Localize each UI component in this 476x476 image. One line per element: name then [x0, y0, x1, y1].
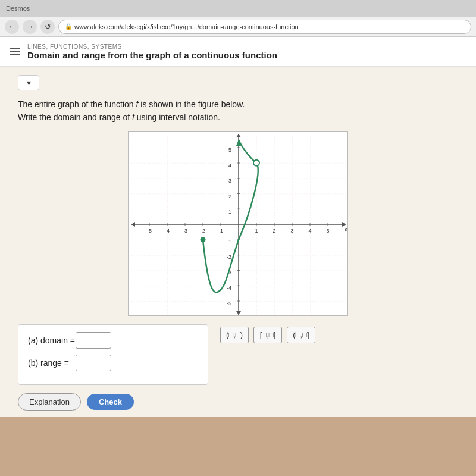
svg-text:-2: -2: [201, 228, 205, 234]
url-text: www.aleks.com/alekscgi/x/isl.exe/1oy/gh.…: [74, 23, 299, 30]
graph-container: -5 -4 -3 -2 -1 1 2 3 4 5 x 5 4 3 2 1 -1 …: [128, 131, 348, 316]
svg-text:-1: -1: [227, 239, 231, 245]
domain-label: (a) domain =: [28, 336, 76, 345]
svg-text:-1: -1: [218, 228, 223, 234]
range-row: (b) range =: [28, 355, 198, 371]
lock-icon: 🔒: [65, 23, 72, 30]
svg-text:-5: -5: [147, 228, 152, 234]
header-subtitle: LINES, FUNCTIONS, SYSTEMS: [27, 43, 277, 50]
dropdown-toggle[interactable]: ▾: [18, 75, 39, 90]
svg-text:1: 1: [228, 208, 231, 214]
notation-helpers: (□,□) [□,□] (□,□]: [220, 324, 315, 343]
svg-text:-3: -3: [183, 228, 187, 234]
range-input[interactable]: [76, 355, 111, 371]
svg-text:-5: -5: [227, 300, 231, 306]
domain-word: domain: [54, 112, 81, 122]
problem-line1: The entire graph of the function f is sh…: [18, 98, 458, 111]
svg-text:5: 5: [228, 147, 231, 153]
svg-point-49: [253, 160, 259, 166]
problem-area: ▾ The entire graph of the function f is …: [0, 67, 476, 416]
answer-notation-row: (a) domain = (b) range = (□,□) [□,□] (□,…: [18, 324, 458, 385]
function-word: function: [105, 99, 134, 109]
main-content: LINES, FUNCTIONS, SYSTEMS Domain and ran…: [0, 37, 476, 416]
browser-nav: ← → ↺ 🔒 www.aleks.com/alekscgi/x/isl.exe…: [0, 17, 476, 37]
domain-input[interactable]: [76, 332, 111, 349]
svg-text:5: 5: [326, 228, 329, 234]
range-word: range: [99, 112, 121, 122]
svg-text:x: x: [345, 227, 347, 233]
address-bar[interactable]: 🔒 www.aleks.com/alekscgi/x/isl.exe/1oy/g…: [58, 20, 471, 34]
range-label: (b) range =: [28, 358, 76, 368]
svg-text:-4: -4: [227, 285, 231, 291]
answer-section: (a) domain = (b) range =: [18, 324, 208, 385]
page-header: LINES, FUNCTIONS, SYSTEMS Domain and ran…: [0, 37, 476, 67]
open-open-notation-button[interactable]: (□,□): [220, 327, 249, 343]
closed-closed-notation-button[interactable]: [□,□]: [253, 327, 282, 343]
interval-word: interval: [159, 112, 186, 122]
svg-text:4: 4: [228, 162, 231, 168]
refresh-button[interactable]: ↺: [40, 20, 55, 34]
header-text-block: LINES, FUNCTIONS, SYSTEMS Domain and ran…: [27, 43, 277, 60]
svg-text:3: 3: [228, 177, 231, 183]
function-graph: -5 -4 -3 -2 -1 1 2 3 4 5 x 5 4 3 2 1 -1 …: [129, 132, 348, 316]
buttons-row: Explanation Check: [18, 385, 458, 411]
open-closed-notation-button[interactable]: (□,□]: [287, 327, 315, 343]
back-button[interactable]: ←: [5, 20, 19, 34]
graph-word: graph: [58, 99, 79, 109]
check-button[interactable]: Check: [87, 394, 134, 410]
forward-button[interactable]: →: [23, 20, 37, 34]
svg-text:3: 3: [290, 228, 293, 234]
header-title: Domain and range from the graph of a con…: [27, 50, 277, 60]
problem-text: The entire graph of the function f is sh…: [18, 98, 458, 124]
domain-row: (a) domain =: [28, 332, 198, 349]
browser-chrome: Desmos ← → ↺ 🔒 www.aleks.com/alekscgi/x/…: [0, 0, 476, 37]
svg-point-50: [201, 237, 206, 242]
svg-text:1: 1: [255, 228, 258, 234]
titlebar-text: Desmos: [6, 5, 30, 12]
hamburger-icon[interactable]: [10, 48, 20, 55]
svg-text:4: 4: [308, 228, 311, 234]
problem-line2: Write the domain and range of f using in…: [18, 111, 458, 124]
browser-titlebar: Desmos: [0, 0, 476, 17]
svg-text:-2: -2: [227, 254, 231, 260]
svg-text:-4: -4: [165, 228, 170, 234]
svg-text:2: 2: [228, 193, 231, 199]
svg-text:2: 2: [273, 228, 275, 234]
explanation-button[interactable]: Explanation: [18, 393, 81, 411]
